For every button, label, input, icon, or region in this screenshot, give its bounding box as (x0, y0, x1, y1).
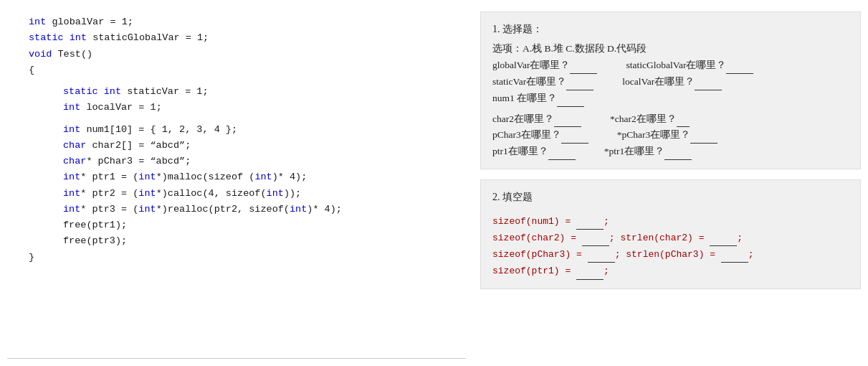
blank[interactable] (570, 64, 597, 74)
fill-code: sizeof(pChar3) = (492, 249, 588, 260)
keyword: int (70, 32, 87, 43)
code-line-14: free(ptr3); (29, 233, 459, 249)
blank[interactable] (695, 80, 722, 90)
keyword: int (29, 17, 46, 27)
q-char2-ptr: *char2在哪里？ (610, 111, 690, 128)
options-label: 选项：A.栈 B.堆 C.数据段 D.代码段 (492, 41, 849, 57)
blank[interactable] (576, 270, 604, 280)
q-globalVar: globalVar在哪里？ (492, 57, 597, 74)
fill-code: ; strlen(char2) = (609, 233, 710, 243)
blank[interactable] (548, 151, 576, 161)
keyword: int (63, 204, 80, 215)
keyword: char (63, 156, 86, 166)
fill-code: ; (748, 249, 754, 260)
keyword: int (267, 188, 284, 199)
code-line-empty2 (29, 116, 459, 122)
code-line-12: int* ptr3 = (int*)realloc(ptr2, sizeof(i… (29, 202, 459, 217)
q-row-1: globalVar在哪里？ staticGlobalVar在哪里？ (492, 57, 849, 74)
blank[interactable] (726, 64, 753, 74)
question2-box: 2. 填空题 sizeof(num1) = ; sizeof(char2) = … (480, 179, 861, 288)
blank[interactable] (664, 151, 692, 161)
blank[interactable] (566, 80, 593, 90)
blank[interactable] (677, 118, 690, 128)
code-line-7: int num1[10] = { 1, 2, 3, 4 }; (29, 122, 459, 138)
keyword: int (290, 204, 307, 215)
q-row-5: pChar3在哪里？ *pChar3在哪里？ (492, 127, 849, 144)
fill-code: ; strlen(pChar3) = (615, 249, 721, 260)
blank[interactable] (561, 134, 588, 144)
blank[interactable] (710, 237, 737, 247)
q-staticVar: staticVar在哪里？ (492, 74, 593, 90)
keyword: int (138, 188, 156, 199)
keyword: void (29, 49, 52, 60)
q-staticGlobalVar: staticGlobalVar在哪里？ (626, 57, 753, 74)
question1-title: 1. 选择题： (492, 21, 849, 38)
fill-code: sizeof(num1) = (492, 216, 576, 227)
code-line-empty1 (29, 78, 459, 84)
keyword: int (63, 102, 80, 113)
q-ptr1-val: *ptr1在哪里？ (604, 144, 692, 160)
q-row-4: char2在哪里？ *char2在哪里？ (492, 111, 849, 128)
keyword: int (63, 188, 80, 199)
code-line-5: static int staticVar = 1; (29, 84, 459, 100)
blank[interactable] (582, 237, 609, 247)
code-line-2: static int staticGlobalVar = 1; (29, 30, 459, 46)
question1-content: 选项：A.栈 B.堆 C.数据段 D.代码段 globalVar在哪里？ sta… (492, 41, 849, 161)
code-line-6: int localVar = 1; (29, 100, 459, 116)
keyword: static (29, 32, 64, 43)
q-row-6: ptr1在哪里？ *ptr1在哪里？ (492, 144, 849, 160)
keyword: int (63, 172, 80, 182)
code-line-10: int* ptr1 = (int*)malloc(sizeof (int)* 4… (29, 169, 459, 185)
q-ptr1: ptr1在哪里？ (492, 144, 576, 160)
code-line-4: { (29, 62, 459, 78)
fill-line-3: sizeof(pChar3) = ; strlen(pChar3) = ; (492, 246, 849, 263)
blank[interactable] (588, 253, 615, 263)
q-num1: num1 在哪里？ (492, 90, 584, 107)
blank[interactable] (721, 253, 748, 263)
code-line-13: free(ptr1); (29, 217, 459, 233)
keyword: char (63, 140, 86, 151)
fill-code: sizeof(char2) = (492, 233, 582, 243)
fill-line-1: sizeof(num1) = ; (492, 213, 849, 230)
blank[interactable] (576, 220, 604, 230)
fill-code: ; (604, 216, 609, 227)
fill-code: sizeof(ptr1) = (492, 266, 576, 276)
q-localVar: localVar在哪里？ (622, 74, 722, 90)
code-line-11: int* ptr2 = (int*)calloc(4, sizeof(int))… (29, 186, 459, 202)
code-line-3: void Test() (29, 47, 459, 62)
code-line-8: char char2[] = “abcd”; (29, 138, 459, 154)
question2-title: 2. 填空题 (492, 189, 849, 206)
code-panel: int globalVar = 1; static int staticGlob… (7, 7, 466, 359)
keyword: int (138, 172, 156, 182)
blank[interactable] (557, 97, 584, 107)
keyword: int (63, 124, 80, 135)
fill-code: ; (604, 266, 609, 276)
blank[interactable] (690, 134, 717, 144)
keyword: int (254, 172, 272, 182)
fill-line-2: sizeof(char2) = ; strlen(char2) = ; (492, 230, 849, 246)
keyword: static (63, 86, 98, 97)
q-row-3: num1 在哪里？ (492, 90, 849, 107)
question2-content: sizeof(num1) = ; sizeof(char2) = ; strle… (492, 209, 849, 279)
q-pChar3: pChar3在哪里？ (492, 127, 588, 144)
q-char2: char2在哪里？ (492, 111, 581, 128)
question1-box: 1. 选择题： 选项：A.栈 B.堆 C.数据段 D.代码段 globalVar… (480, 11, 861, 169)
blank[interactable] (554, 118, 581, 128)
fill-line-4: sizeof(ptr1) = ; (492, 263, 849, 279)
keyword: int (104, 86, 121, 97)
keyword: int (138, 204, 156, 215)
right-panel: 1. 选择题： 选项：A.栈 B.堆 C.数据段 D.代码段 globalVar… (480, 7, 861, 359)
code-line-9: char* pChar3 = “abcd”; (29, 154, 459, 169)
code-line-15: } (29, 250, 459, 266)
fill-code: ; (737, 233, 743, 243)
q-pChar3-ptr: *pChar3在哪里？ (617, 127, 718, 144)
q-row-2: staticVar在哪里？ localVar在哪里？ (492, 74, 849, 90)
code-line-1: int globalVar = 1; (29, 14, 459, 30)
fill-blank (576, 215, 604, 226)
